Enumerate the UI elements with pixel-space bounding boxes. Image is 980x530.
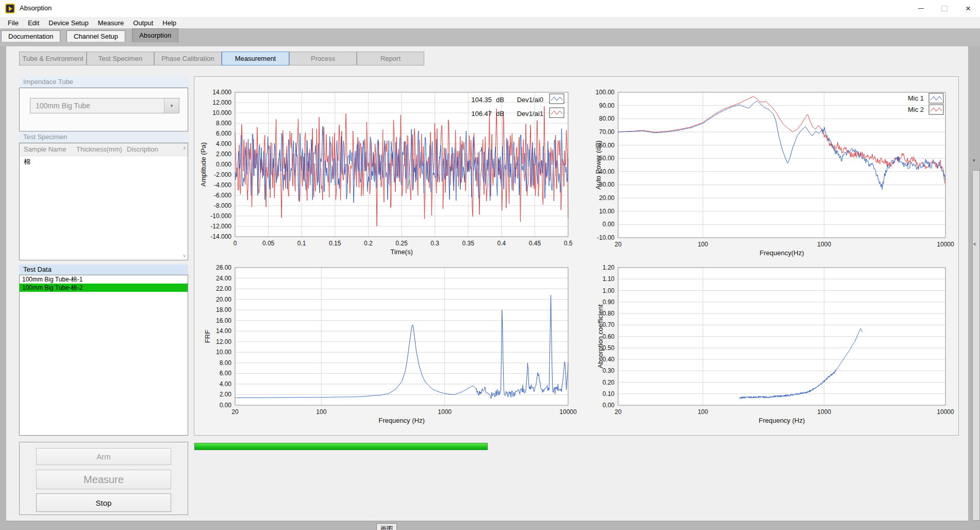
svg-text:20: 20: [614, 408, 622, 416]
svg-text:80.00: 80.00: [599, 115, 614, 122]
subtab-process[interactable]: Process: [289, 52, 357, 65]
svg-text:6.000: 6.000: [216, 130, 231, 137]
svg-text:0.40: 0.40: [603, 356, 615, 363]
minimize-button[interactable]: [909, 0, 933, 17]
svg-text:Mic 2: Mic 2: [908, 106, 924, 113]
svg-text:0.00: 0.00: [603, 221, 615, 228]
specimen-sample-name[interactable]: 棉: [24, 157, 30, 167]
svg-text:-8.000: -8.000: [214, 202, 231, 209]
impedance-tube-header: Impendace Tube: [19, 76, 188, 88]
svg-text:Frequency (Hz): Frequency (Hz): [378, 417, 425, 424]
svg-text:0.10: 0.10: [603, 390, 615, 397]
charts-canvas: 14.00012.00010.0008.0006.0004.0002.0000.…: [194, 77, 958, 435]
svg-text:dB: dB: [496, 110, 504, 118]
svg-text:-14.000: -14.000: [210, 233, 231, 240]
svg-text:20.00: 20.00: [216, 296, 231, 303]
close-icon: ×: [966, 4, 971, 13]
svg-text:104.35: 104.35: [471, 96, 492, 104]
tube-select-combo[interactable]: 100mm Big Tube ▼: [30, 98, 179, 113]
svg-text:0.00: 0.00: [220, 402, 232, 409]
svg-text:-2.000: -2.000: [214, 171, 231, 178]
svg-text:1.20: 1.20: [603, 264, 615, 271]
test-data-item[interactable]: 100mm Big Tube-棉-1: [20, 275, 188, 284]
tube-select-dropdown-button[interactable]: ▼: [164, 98, 179, 113]
test-specimen-table-header: Sample NameThickness(mm)Discription: [20, 143, 188, 156]
svg-text:-10.00: -10.00: [597, 234, 614, 241]
svg-text:10.00: 10.00: [599, 208, 614, 215]
subtab-measurement[interactable]: Measurement: [222, 52, 289, 65]
menu-help[interactable]: Help: [158, 18, 181, 28]
svg-text:Absorption coefficient: Absorption coefficient: [596, 304, 604, 368]
svg-text:10000: 10000: [559, 408, 577, 416]
svg-text:1.00: 1.00: [603, 287, 615, 294]
svg-text:-4.000: -4.000: [214, 181, 231, 189]
measurement-progress-bar: [194, 443, 488, 450]
subtab-phase-calibration[interactable]: Phase Calibration: [154, 52, 222, 65]
charts-panel: 14.00012.00010.0008.0006.0004.0002.0000.…: [194, 76, 959, 436]
tab-documentation[interactable]: Documentation: [1, 30, 60, 42]
maximize-button[interactable]: [933, 0, 956, 17]
svg-text:Dev1/ai0: Dev1/ai0: [517, 96, 543, 104]
main-tab-row: DocumentationChannel SetupAbsorption: [0, 28, 980, 46]
subtab-test-specimen[interactable]: Test Specimen: [87, 52, 154, 65]
svg-text:2.00: 2.00: [220, 391, 232, 398]
svg-text:0.90: 0.90: [603, 299, 615, 306]
vertical-scrollbar-thumb[interactable]: [972, 170, 980, 521]
svg-text:Auto Power (dB): Auto Power (dB): [594, 140, 602, 189]
arm-button[interactable]: Arm: [36, 448, 171, 465]
svg-text:20: 20: [614, 241, 622, 248]
test-data-list[interactable]: 100mm Big Tube-棉-1100mm Big Tube-棉-2: [19, 275, 188, 436]
svg-text:8.000: 8.000: [216, 120, 231, 127]
close-button[interactable]: ×: [956, 0, 980, 17]
absorption-coefficient-chart: 1.201.101.000.900.800.700.600.500.400.30…: [596, 264, 954, 424]
svg-text:1000: 1000: [817, 408, 831, 416]
svg-text:14.000: 14.000: [212, 89, 231, 96]
svg-text:0.2: 0.2: [364, 240, 373, 247]
svg-text:0.5: 0.5: [564, 240, 573, 247]
svg-text:100: 100: [697, 241, 708, 248]
svg-text:0.3: 0.3: [430, 240, 439, 247]
menu-measure[interactable]: Measure: [93, 18, 129, 28]
scroll-down-icon[interactable]: ∨: [182, 253, 186, 258]
svg-text:1000: 1000: [438, 408, 452, 416]
menu-file[interactable]: File: [3, 18, 23, 28]
svg-text:Mic 1: Mic 1: [908, 94, 924, 102]
menu-output[interactable]: Output: [128, 18, 158, 28]
svg-text:Time(s): Time(s): [390, 248, 413, 256]
svg-text:0.15: 0.15: [329, 240, 341, 247]
test-data-item[interactable]: 100mm Big Tube-棉-2: [20, 284, 188, 292]
subtab-tube-environment[interactable]: Tube & Environment: [19, 52, 87, 65]
svg-text:90.00: 90.00: [599, 102, 614, 109]
app-icon: [5, 4, 15, 13]
svg-text:Amplitude (Pa): Amplitude (Pa): [200, 142, 207, 187]
frf-chart: 26.0024.0022.0020.0018.0016.0014.0012.00…: [204, 264, 577, 424]
svg-text:4.00: 4.00: [220, 380, 232, 388]
svg-text:Frequency (Hz): Frequency (Hz): [759, 417, 805, 424]
svg-text:0.20: 0.20: [603, 379, 615, 386]
subtab-report[interactable]: Report: [357, 52, 424, 65]
menu-device-setup[interactable]: Device Setup: [44, 18, 93, 28]
stop-button[interactable]: Stop: [36, 493, 171, 512]
measure-button[interactable]: Measure: [36, 470, 171, 489]
scroll-up-icon[interactable]: ∧: [182, 145, 186, 151]
title-bar: Absorption ×: [0, 0, 980, 18]
svg-text:10.000: 10.000: [212, 109, 231, 117]
svg-text:0.60: 0.60: [603, 333, 615, 340]
tab-absorption[interactable]: Absorption: [132, 28, 178, 42]
test-specimen-table[interactable]: Sample NameThickness(mm)Discription ∧ ∨ …: [19, 143, 188, 260]
svg-text:100: 100: [316, 408, 326, 416]
svg-text:20.00: 20.00: [599, 194, 614, 202]
svg-text:24.00: 24.00: [216, 275, 231, 282]
svg-text:18.00: 18.00: [216, 306, 231, 313]
column-sample-name: Sample Name: [24, 145, 66, 153]
collapse-left-icon[interactable]: <: [973, 241, 976, 247]
svg-text:70.00: 70.00: [599, 128, 614, 136]
test-specimen-header: Test Specimen: [19, 131, 188, 143]
svg-text:10000: 10000: [937, 408, 954, 416]
test-data-header: Test Data: [19, 264, 188, 275]
time-waveform-chart: 14.00012.00010.0008.0006.0004.0002.0000.…: [200, 89, 573, 256]
hidden-plot-tab[interactable]: 画图: [376, 523, 397, 530]
svg-text:2.000: 2.000: [216, 151, 231, 158]
menu-edit[interactable]: Edit: [23, 18, 44, 28]
tab-channel-setup[interactable]: Channel Setup: [67, 30, 125, 42]
